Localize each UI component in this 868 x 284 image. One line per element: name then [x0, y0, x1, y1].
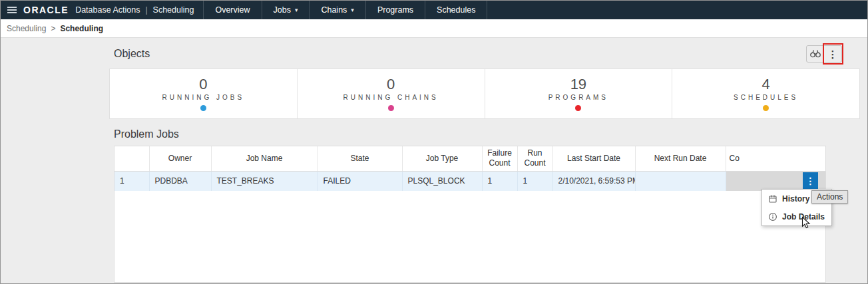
- status-dot: [575, 105, 581, 111]
- cell-index: 1: [114, 171, 149, 191]
- stat-value: 19: [570, 76, 586, 92]
- find-button[interactable]: [807, 46, 824, 62]
- col-header-run-count[interactable]: Run Count: [517, 146, 552, 171]
- top-nav-menu: Overview Jobs ▾ Chains ▾ Programs Schedu…: [203, 1, 487, 19]
- cell-owner: PDBDBA: [149, 171, 211, 191]
- breadcrumb: Scheduling > Scheduling: [1, 19, 867, 38]
- kebab-icon: ⋮: [806, 176, 815, 186]
- breadcrumb-separator: >: [51, 24, 55, 33]
- nav-item-programs[interactable]: Programs: [365, 1, 425, 19]
- cell-job-name: TEST_BREAKS: [211, 171, 318, 191]
- objects-title: Objects: [114, 48, 150, 60]
- objects-header: Objects ⋮: [109, 45, 860, 63]
- status-dot: [763, 105, 769, 111]
- col-header-state[interactable]: State: [318, 146, 402, 171]
- actions-kebab-wrap: ⋮: [824, 46, 841, 62]
- hamburger-bars: [7, 5, 17, 15]
- col-header-last-start-date[interactable]: Last Start Date: [552, 146, 635, 171]
- col-header-comments[interactable]: Co: [726, 146, 825, 171]
- stat-label: RUNNING JOBS: [162, 94, 245, 101]
- status-dot: [200, 105, 206, 111]
- problem-jobs-title: Problem Jobs: [114, 128, 860, 140]
- cell-failure-count: 1: [482, 171, 517, 191]
- col-header-index: [114, 146, 149, 171]
- col-header-job-name[interactable]: Job Name: [211, 146, 318, 171]
- col-header-next-run-date[interactable]: Next Run Date: [635, 146, 726, 171]
- nav-item-schedules[interactable]: Schedules: [425, 1, 487, 19]
- stat-label: SCHEDULES: [734, 94, 798, 101]
- cell-last-start-date: 2/10/2021, 6:59:53 PM: [552, 171, 635, 191]
- stat-value: 0: [199, 76, 207, 92]
- oracle-logo[interactable]: ORACLE: [23, 5, 69, 15]
- table-row[interactable]: 1 PDBDBA TEST_BREAKS FAILED PLSQL_BLOCK …: [114, 171, 825, 191]
- problem-jobs-table: Owner Job Name State Job Type Failure Co…: [114, 146, 826, 283]
- menu-item-label: Job Details: [782, 212, 825, 221]
- cell-actions: ⋮: [726, 171, 825, 191]
- app-section-label: Scheduling: [153, 5, 194, 15]
- col-header-failure-count[interactable]: Failure Count: [482, 146, 517, 171]
- stat-running-chains: 0 RUNNING CHAINS: [298, 69, 485, 118]
- cell-run-count: 1: [517, 171, 552, 191]
- stat-running-jobs: 0 RUNNING JOBS: [110, 69, 298, 118]
- main-area: Objects ⋮: [1, 38, 867, 283]
- objects-stats-card: 0 RUNNING JOBS 0 RUNNING CHAINS 19 PROGR…: [109, 69, 860, 119]
- stat-value: 0: [387, 76, 395, 92]
- breadcrumb-item-current: Scheduling: [60, 24, 103, 33]
- nav-item-chains[interactable]: Chains ▾: [309, 1, 365, 19]
- cell-state: FAILED: [318, 171, 402, 191]
- kebab-icon: ⋮: [828, 49, 838, 59]
- cell-next-run-date: [635, 171, 726, 191]
- chevron-down-icon: ▾: [351, 7, 354, 13]
- nav-item-overview[interactable]: Overview: [203, 1, 261, 19]
- actions-kebab-button[interactable]: ⋮: [824, 46, 841, 62]
- menu-item-job-details[interactable]: Job Details: [762, 208, 831, 225]
- actions-tooltip: Actions: [811, 190, 848, 204]
- top-navbar: ORACLE Database Actions | Scheduling Ove…: [1, 1, 867, 19]
- binoculars-icon: [809, 49, 821, 60]
- col-header-job-type[interactable]: Job Type: [402, 146, 482, 171]
- cell-job-type: PLSQL_BLOCK: [402, 171, 482, 191]
- title-divider: |: [145, 5, 147, 15]
- content-container: Objects ⋮: [109, 38, 860, 283]
- stat-label: RUNNING CHAINS: [343, 94, 439, 101]
- hamburger-menu-icon[interactable]: [1, 1, 23, 19]
- objects-toolbar: ⋮: [806, 45, 842, 63]
- app-title: Database Actions: [75, 5, 140, 15]
- info-icon: [768, 212, 777, 221]
- stat-label: PROGRAMS: [548, 94, 608, 101]
- table-header-row: Owner Job Name State Job Type Failure Co…: [114, 146, 825, 171]
- stat-value: 4: [762, 76, 770, 92]
- menu-item-label: History: [782, 194, 809, 204]
- col-header-owner[interactable]: Owner: [149, 146, 211, 171]
- history-icon: [768, 194, 777, 204]
- stat-programs: 19 PROGRAMS: [485, 69, 673, 118]
- app-window: ORACLE Database Actions | Scheduling Ove…: [0, 0, 868, 284]
- breadcrumb-item-scheduling[interactable]: Scheduling: [7, 24, 46, 33]
- chevron-down-icon: ▾: [295, 7, 298, 13]
- nav-item-jobs[interactable]: Jobs ▾: [262, 1, 310, 19]
- status-dot: [388, 105, 394, 111]
- stat-schedules: 4 SCHEDULES: [672, 69, 859, 118]
- row-actions-kebab-button[interactable]: ⋮: [803, 172, 818, 190]
